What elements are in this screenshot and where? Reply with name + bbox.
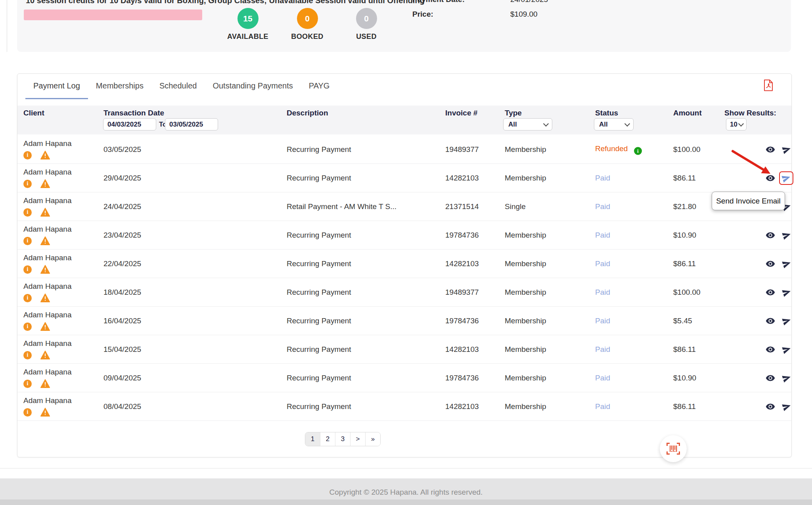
show-results-select[interactable]: 10	[726, 118, 747, 131]
client-warning-icon[interactable]	[40, 236, 50, 245]
status-cell: Refunded i	[595, 144, 642, 155]
tab[interactable]: PAYG	[301, 74, 338, 99]
invoice-number: 19784736	[445, 317, 479, 325]
client-warning-icon[interactable]	[40, 408, 50, 417]
client-info-icon[interactable]: i	[23, 208, 32, 217]
transaction-date: 09/04/2025	[103, 374, 141, 382]
client-warning-icon[interactable]	[40, 351, 50, 359]
client-warning-icon[interactable]	[40, 379, 50, 388]
payment-date-value: 24/01/2025	[510, 0, 548, 4]
status-cell: Paid i	[595, 202, 610, 211]
view-payment-icon[interactable]	[766, 288, 775, 297]
client-warning-icon[interactable]	[40, 265, 50, 274]
bottom-scrollbar-track[interactable]	[0, 499, 812, 505]
view-payment-icon[interactable]	[766, 173, 775, 183]
status-cell: Paid i	[595, 374, 610, 382]
tab[interactable]: Payment Log	[25, 74, 88, 99]
view-payment-icon[interactable]	[766, 345, 775, 354]
export-pdf-icon[interactable]	[763, 79, 774, 91]
payment-type: Membership	[505, 259, 546, 268]
view-payment-icon[interactable]	[766, 316, 775, 326]
view-payment-icon[interactable]	[766, 145, 775, 154]
table-body: Adam Hapana i 03/05/2025 Recurring Payme…	[17, 135, 791, 421]
left-edge-divider	[7, 0, 7, 52]
client-info-icon[interactable]: i	[23, 380, 32, 388]
payment-type: Membership	[505, 174, 546, 182]
client-warning-icon[interactable]	[40, 151, 50, 159]
date-from-input[interactable]: 04/03/2025	[103, 118, 156, 131]
send-invoice-email-icon[interactable]	[781, 401, 793, 412]
table-row: Adam Hapana i 16/04/2025 Recurring Payme…	[17, 307, 791, 335]
client-warning-icon[interactable]	[40, 208, 50, 217]
client-warning-icon[interactable]	[40, 294, 50, 302]
tab[interactable]: Outstanding Payments	[205, 74, 301, 99]
amount: $10.90	[673, 374, 696, 382]
amount: $100.00	[673, 145, 701, 154]
client-name: Adam Hapana	[23, 339, 71, 348]
amount: $86.11	[673, 174, 696, 182]
copyright-text: Copyright © 2025 Hapana. All rights rese…	[329, 488, 483, 497]
date-to-input[interactable]: 03/05/2025	[165, 118, 218, 131]
client-name: Adam Hapana	[23, 368, 71, 376]
tab[interactable]: Memberships	[88, 74, 151, 99]
view-payment-icon[interactable]	[766, 259, 775, 269]
client-info-icon[interactable]: i	[23, 151, 32, 159]
description: Recurring Payment	[287, 317, 351, 325]
price-label: Price:	[412, 10, 433, 19]
status-cell: Paid i	[595, 317, 610, 325]
description: Recurring Payment	[287, 231, 351, 240]
page-button[interactable]: >	[350, 432, 366, 446]
client-info-icon[interactable]: i	[23, 265, 32, 274]
client-info-icon[interactable]: i	[23, 180, 32, 188]
client-info-icon[interactable]: i	[23, 351, 32, 359]
amount: $86.11	[673, 345, 696, 354]
type-select[interactable]: All	[503, 118, 552, 131]
status-text: Paid	[595, 374, 610, 382]
price-value: $109.00	[510, 10, 538, 19]
client-info-icon[interactable]: i	[23, 237, 32, 245]
client-cell: Adam Hapana i	[23, 282, 71, 302]
payment-type: Membership	[505, 231, 546, 240]
client-warning-icon[interactable]	[40, 179, 50, 188]
status-text: Paid	[595, 231, 610, 239]
barcode-icon	[666, 443, 680, 455]
client-info-icon[interactable]: i	[23, 408, 32, 417]
barcode-scan-button[interactable]	[660, 435, 687, 462]
amount: $86.11	[673, 402, 696, 411]
client-info-icon[interactable]: i	[23, 294, 32, 302]
refund-info-icon[interactable]: i	[634, 147, 642, 155]
client-warning-icon[interactable]	[40, 322, 50, 331]
send-invoice-email-icon[interactable]	[781, 144, 793, 155]
payment-type: Membership	[505, 288, 546, 297]
page-button[interactable]: 2	[320, 432, 335, 446]
send-invoice-email-icon[interactable]	[781, 344, 793, 355]
view-payment-icon[interactable]	[766, 402, 775, 411]
credits-note: 10 session credits for 10 Day/s valid fo…	[26, 0, 425, 5]
send-invoice-email-icon[interactable]	[781, 230, 793, 241]
view-payment-icon[interactable]	[766, 230, 775, 240]
client-name: Adam Hapana	[23, 168, 71, 177]
send-invoice-email-icon[interactable]	[781, 287, 793, 298]
page-button[interactable]: 3	[335, 432, 350, 446]
send-invoice-email-icon[interactable]	[779, 171, 793, 185]
table-row: Adam Hapana i 23/04/2025 Recurring Payme…	[17, 221, 791, 250]
transaction-date: 16/04/2025	[103, 317, 141, 325]
transaction-date: 22/04/2025	[103, 259, 141, 268]
client-info-icon[interactable]: i	[23, 323, 32, 331]
tab[interactable]: Scheduled	[151, 74, 205, 99]
table-row: Adam Hapana i 15/04/2025 Recurring Payme…	[17, 335, 791, 364]
send-invoice-email-icon[interactable]	[781, 258, 793, 269]
status-select[interactable]: All	[594, 118, 634, 131]
stat-circle: 0	[356, 8, 377, 29]
status-cell: Paid i	[595, 231, 610, 240]
payments-card: Payment LogMembershipsScheduledOutstandi…	[17, 73, 792, 457]
description: Recurring Payment	[287, 259, 351, 268]
page-button[interactable]: 1	[305, 432, 320, 446]
page-button[interactable]: »	[366, 432, 380, 446]
transaction-date: 18/04/2025	[103, 288, 141, 297]
description: Recurring Payment	[287, 345, 351, 354]
view-payment-icon[interactable]	[766, 373, 775, 383]
send-invoice-email-icon[interactable]	[781, 373, 793, 384]
send-invoice-email-icon[interactable]	[781, 315, 793, 326]
payment-date-label: Payment Date:	[412, 0, 465, 4]
